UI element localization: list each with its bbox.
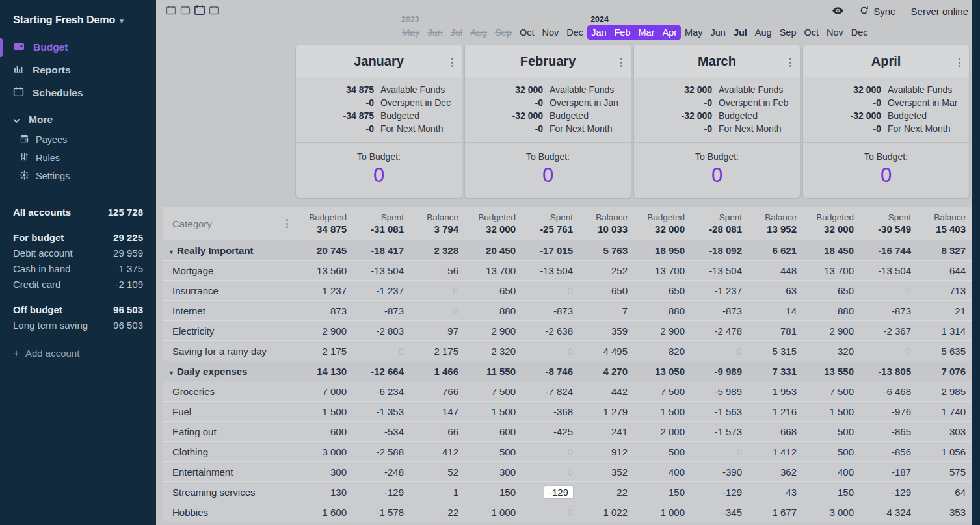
budget-file-selector[interactable]: Starting Fresh Demo: [0, 0, 156, 26]
category-name[interactable]: Streaming services: [163, 482, 297, 502]
budget-cell[interactable]: 0: [693, 341, 750, 361]
budget-cell[interactable]: 500: [804, 442, 862, 461]
sidebar-item-schedules[interactable]: Schedules: [0, 81, 156, 105]
budget-cell[interactable]: -8 746: [523, 361, 581, 381]
budget-cell[interactable]: 3 000: [297, 442, 354, 461]
month-menu-button[interactable]: [618, 56, 624, 69]
category-name[interactable]: Fuel: [163, 402, 297, 421]
budget-cell[interactable]: 150: [804, 482, 862, 502]
budget-cell[interactable]: 412: [412, 442, 466, 461]
budget-cell[interactable]: 18 450: [804, 240, 862, 260]
timeline-month-dec-19[interactable]: Dec: [847, 25, 872, 40]
timeline-month-feb-9[interactable]: Feb: [611, 25, 635, 40]
budget-cell[interactable]: 1 216: [750, 402, 804, 421]
budget-cell[interactable]: 781: [750, 321, 804, 340]
budget-cell[interactable]: 0: [354, 341, 412, 361]
to-budget-amount[interactable]: 0: [634, 164, 800, 187]
month-menu-button[interactable]: [449, 56, 455, 69]
budget-cell[interactable]: 650: [466, 281, 523, 300]
budget-cell[interactable]: 713: [919, 281, 973, 300]
budget-cell[interactable]: 1 600: [297, 502, 354, 522]
budget-cell[interactable]: -1 237: [693, 281, 750, 300]
budget-cell[interactable]: 2 900: [466, 321, 523, 340]
timeline-month-jun-1[interactable]: Jun: [423, 25, 446, 40]
budget-cell[interactable]: 880: [635, 301, 693, 320]
budget-cell[interactable]: -2 638: [523, 321, 581, 340]
timeline-month-aug-3[interactable]: Aug: [466, 25, 491, 40]
add-account-button[interactable]: Add account: [13, 348, 143, 359]
to-budget-amount[interactable]: 0: [296, 164, 462, 187]
budget-cell[interactable]: 1 740: [919, 402, 973, 421]
budget-cell[interactable]: -976: [862, 402, 919, 421]
budget-cell[interactable]: 7 331: [750, 361, 804, 381]
budget-cell[interactable]: 1 953: [750, 381, 804, 401]
budget-cell[interactable]: 400: [635, 462, 693, 481]
budget-cell[interactable]: -5 989: [693, 381, 750, 401]
view-2-months-button[interactable]: [179, 5, 191, 18]
budget-cell[interactable]: 4 495: [581, 341, 635, 361]
account-row-cash-in-hand[interactable]: Cash in hand 1 375: [13, 261, 143, 277]
budget-cell[interactable]: 353: [919, 502, 973, 522]
timeline-month-sep-4[interactable]: Sep: [491, 25, 516, 40]
budget-cell[interactable]: 2 320: [466, 341, 523, 361]
budget-cell[interactable]: 63: [750, 281, 804, 300]
budget-cell[interactable]: 1: [412, 482, 466, 502]
budget-cell[interactable]: 1 056: [919, 442, 973, 461]
budget-cell[interactable]: 880: [466, 301, 523, 320]
category-name[interactable]: Eating out: [163, 422, 297, 441]
category-name[interactable]: Hobbies: [163, 502, 297, 522]
budget-cell[interactable]: -12 664: [354, 361, 412, 381]
budget-cell[interactable]: 22: [581, 482, 635, 502]
budget-cell[interactable]: 0: [412, 301, 466, 320]
budget-cell[interactable]: -1 353: [354, 402, 412, 421]
timeline-month-dec-7[interactable]: Dec: [563, 25, 587, 40]
sidebar-item-settings[interactable]: Settings: [0, 167, 156, 185]
to-budget-amount[interactable]: 0: [465, 164, 631, 187]
budget-cell[interactable]: -2 588: [354, 442, 412, 461]
budget-cell[interactable]: 1 022: [581, 502, 635, 522]
budget-cell[interactable]: 14: [750, 301, 804, 320]
sidebar-item-rules[interactable]: Rules: [0, 149, 156, 167]
budget-cell[interactable]: -2 478: [693, 321, 750, 340]
budget-cell[interactable]: 66: [412, 422, 466, 441]
budget-cell[interactable]: -6 234: [354, 381, 412, 401]
budget-cell[interactable]: 1 279: [581, 402, 635, 421]
timeline-month-nov-6[interactable]: Nov: [538, 25, 563, 40]
budget-cell[interactable]: -129: [693, 482, 750, 502]
privacy-eye-button[interactable]: [832, 6, 844, 17]
budget-cell[interactable]: -390: [693, 462, 750, 481]
budget-cell[interactable]: 7 000: [297, 381, 354, 401]
budget-cell[interactable]: 320: [804, 341, 862, 361]
budget-cell[interactable]: 5 315: [750, 341, 804, 361]
budget-cell[interactable]: 147: [412, 402, 466, 421]
timeline-month-oct-5[interactable]: Oct: [516, 25, 538, 40]
budget-cell[interactable]: -873: [354, 301, 412, 320]
budget-cell[interactable]: 13 050: [635, 361, 693, 381]
budget-cell[interactable]: 1 500: [804, 402, 862, 421]
budget-cell[interactable]: 0: [523, 502, 581, 522]
budget-cell[interactable]: -248: [354, 462, 412, 481]
timeline-month-aug-15[interactable]: Aug: [751, 25, 776, 40]
budget-cell[interactable]: 2 900: [297, 321, 354, 340]
view-1-month-button[interactable]: [165, 5, 177, 18]
budget-cell[interactable]: 303: [919, 422, 973, 441]
budget-cell[interactable]: 241: [581, 422, 635, 441]
budget-cell[interactable]: -1 578: [354, 502, 412, 522]
budget-cell[interactable]: -1 237: [354, 281, 412, 300]
off-budget-row[interactable]: Off budget 96 503: [13, 302, 143, 318]
budget-cell[interactable]: -345: [693, 502, 750, 522]
budget-cell[interactable]: 0: [523, 442, 581, 461]
budget-cell[interactable]: 13 560: [297, 261, 354, 280]
budget-cell[interactable]: 448: [750, 261, 804, 280]
budget-cell[interactable]: 20 745: [297, 240, 354, 260]
budget-cell[interactable]: -873: [693, 301, 750, 320]
budget-cell[interactable]: 4 270: [581, 361, 635, 381]
budget-cell[interactable]: 13 700: [804, 261, 862, 280]
budget-cell[interactable]: 5 763: [581, 240, 635, 260]
budget-cell[interactable]: -873: [523, 301, 581, 320]
budget-cell[interactable]: 150: [635, 482, 693, 502]
timeline-month-jul-2[interactable]: Jul: [447, 25, 467, 40]
to-budget-amount[interactable]: 0: [803, 164, 969, 187]
budget-cell[interactable]: 3 000: [804, 502, 862, 522]
budget-cell[interactable]: -17 015: [523, 240, 581, 260]
